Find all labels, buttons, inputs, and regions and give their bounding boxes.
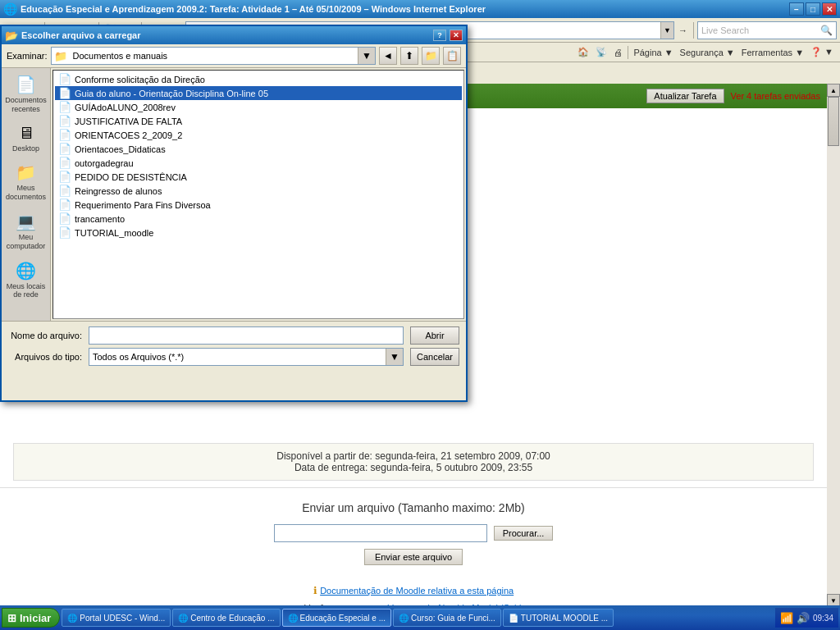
back-toolbar-btn[interactable]: ◄ [379,47,397,65]
doc-link[interactable]: Documentação de Moodle relativa a esta p… [320,586,514,596]
taskbar-label-0: Portal UDESC - Wind... [80,614,165,623]
procurar-button[interactable]: Procurar... [494,526,554,541]
dialog-toolbar: Examinar: 📁 Documentos e manuais ▼ ◄ ⬆ 📁… [2,44,466,68]
print-icon-btn[interactable]: 🖨 [610,46,626,59]
maximize-button[interactable]: □ [806,2,820,16]
taskbar-label-1: Centro de Educação ... [190,614,274,623]
desktop-icon: 🖥 [18,124,34,143]
desktop-label: Desktop [12,144,39,153]
sidebar-recent-docs[interactable]: 📄 Documentos recentes [3,71,49,117]
file-item[interactable]: 📄Requerimento Para Fins Diversoa [55,198,462,212]
title-bar: 🌐 Educação Especial e Aprendizagem 2009.… [0,0,840,18]
tools-button[interactable]: Ferramentas ▼ [738,46,807,59]
up-folder-btn[interactable]: ⬆ [400,47,418,65]
my-docs-icon: 📁 [16,162,36,182]
scroll-track[interactable] [827,97,840,594]
file-item[interactable]: 📄trancamento [55,212,462,226]
due-date: Data de entrega: segunda-feira, 5 outubr… [27,462,800,473]
window-controls: − □ ✕ [789,2,837,16]
filename-label: Nome do arquivo: [8,331,82,340]
file-item[interactable]: 📄GUÍAdoALUNO_2008rev [55,100,462,114]
file-item[interactable]: 📄Conforme solicitação da Direção [55,72,462,86]
rss-icon-btn[interactable]: 📡 [592,45,610,59]
my-network-label: Meus locais de rede [5,282,48,300]
ver-tarefas-link[interactable]: Ver 4 tarefas enviadas [731,91,820,101]
file-icon: 📄 [58,101,71,113]
dialog-help-button[interactable]: ? [433,30,446,41]
file-name: Conforme solicitação da Direção [75,75,205,84]
start-button[interactable]: ⊞ Iniciar [2,608,60,628]
file-icon: 📄 [58,129,71,141]
upload-title: Enviar um arquivo (Tamanho maximo: 2Mb) [13,501,814,514]
dialog-icon: 📂 [5,30,18,42]
file-name: ORIENTACOES 2_2009_2 [75,130,182,140]
window-title: Educação Especial e Aprendizagem 2009.2:… [21,4,786,14]
address-dropdown-arrow[interactable]: ▼ [660,22,673,39]
security-button[interactable]: Segurança ▼ [677,46,738,59]
clock: 09:34 [813,614,833,623]
taskbar: ⊞ Iniciar 🌐 Portal UDESC - Wind... 🌐 Cen… [0,605,840,630]
look-in-combo[interactable]: 📁 Documentos e manuais ▼ [51,47,376,65]
file-list[interactable]: 📄Conforme solicitação da Direção📄Guia do… [52,70,464,319]
taskbar-item-3[interactable]: 🌐 Curso: Guia de Funci... [393,609,501,627]
ie-logo: 🌐 [3,2,17,16]
file-item[interactable]: 📄JUSTIFICATIVA DE FALTA [55,114,462,128]
views-btn[interactable]: 📋 [443,47,461,65]
go-button[interactable]: → [676,24,690,37]
new-folder-btn[interactable]: 📁 [422,47,440,65]
filename-input[interactable] [89,326,404,345]
close-button[interactable]: ✕ [822,2,837,16]
file-item[interactable]: 📄Guia do aluno - Orientação Disciplina O… [55,86,462,100]
taskbar-label-2: Educação Especial e ... [300,614,386,623]
taskbar-label-3: Curso: Guia de Funci... [411,614,495,623]
taskbar-label-4: TUTORIAL MOODLE ... [521,614,608,623]
file-name: Reingresso de alunos [75,186,162,196]
help-button[interactable]: ❓ ▼ [807,45,837,59]
sidebar-desktop[interactable]: 🖥 Desktop [3,121,49,157]
file-name: TUTORIAL_moodle [75,228,153,238]
atualizar-tarefa-button[interactable]: Atualizar Tarefa [646,89,724,103]
file-icon: 📄 [58,212,71,225]
scroll-up-arrow[interactable]: ▲ [827,84,840,97]
cancelar-button[interactable]: Cancelar [410,348,459,366]
file-item[interactable]: 📄PEDIDO DE DESISTÊNCIA [55,170,462,184]
right-scrollbar: ▲ ▼ [827,84,840,607]
home-icon-btn[interactable]: 🏠 [574,45,592,59]
available-date: Disponível a partir de: segunda-feira, 2… [27,450,800,462]
sidebar-my-computer[interactable]: 💻 Meu computador [3,208,49,254]
search-placeholder-text: Live Search [698,25,817,35]
search-box[interactable]: Live Search 🔍 [697,21,837,39]
taskbar-item-1[interactable]: 🌐 Centro de Educação ... [172,609,280,627]
taskbar-item-2[interactable]: 🌐 Educação Especial e ... [282,609,392,627]
file-icon: 📄 [58,185,71,197]
my-computer-label: Meu computador [5,233,48,251]
dialog-close-button[interactable]: ✕ [450,30,463,41]
abrir-button[interactable]: Abrir [410,326,459,345]
look-in-arrow[interactable]: ▼ [358,48,375,64]
file-path-input[interactable] [274,524,487,542]
look-in-text: Documentos e manuais [70,51,358,61]
filetype-combo[interactable]: Todos os Arquivos (*.*) ▼ [89,348,404,366]
file-item[interactable]: 📄Reingresso de alunos [55,184,462,198]
file-item[interactable]: 📄outorgadegrau [55,156,462,170]
filetype-arrow[interactable]: ▼ [386,349,403,365]
search-button[interactable]: 🔍 [817,25,836,36]
taskbar-item-0[interactable]: 🌐 Portal UDESC - Wind... [62,609,171,627]
minimize-button[interactable]: − [789,2,804,16]
file-name: trancamento [75,214,125,224]
page-button[interactable]: Página ▼ [630,46,676,59]
doc-link-area: ℹ Documentação de Moodle relativa a esta… [0,585,827,596]
file-item[interactable]: 📄TUTORIAL_moodle [55,226,462,240]
file-item[interactable]: 📄Orientacoes_Didaticas [55,142,462,156]
info-icon: ℹ [313,585,317,596]
enviar-button[interactable]: Enviar este arquivo [364,549,463,565]
file-item[interactable]: 📄ORIENTACOES 2_2009_2 [55,128,462,142]
dialog-body: 📄 Documentos recentes 🖥 Desktop 📁 Meus d… [2,68,466,321]
file-name: JUSTIFICATIVA DE FALTA [75,116,182,126]
sidebar-my-docs[interactable]: 📁 Meus documentos [3,159,49,205]
taskbar-item-4[interactable]: 📄 TUTORIAL MOODLE ... [503,609,614,627]
sidebar-my-network[interactable]: 🌐 Meus locais de rede [3,258,49,304]
scroll-thumb[interactable] [828,97,839,146]
dialog-title: Escolher arquivo a carregar [21,30,430,40]
filename-row: Nome do arquivo: Abrir [8,326,459,345]
